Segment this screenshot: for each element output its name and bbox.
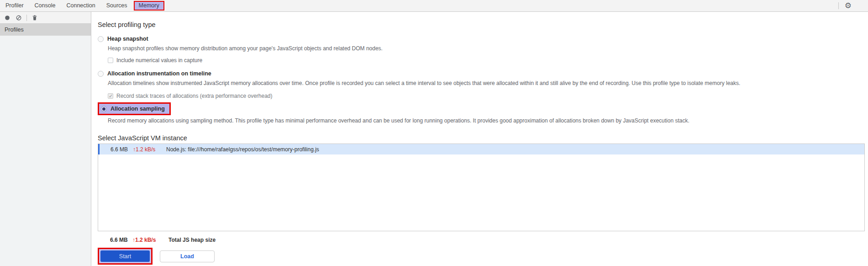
profiles-label: Profiles [5, 27, 24, 33]
vm-instance-table: 6.6 MB ↑1.2 kB/s Node.js: file:///home/r… [98, 144, 865, 231]
memory-toolbar [0, 12, 91, 24]
devtools-body: Profiles Select profiling type Heap snap… [0, 12, 868, 266]
option-description: Heap snapshot profiles show memory distr… [108, 45, 383, 52]
tabbar-right-controls: ⚙ [838, 0, 868, 11]
settings-gear-icon[interactable]: ⚙ [845, 2, 852, 10]
vm-heap-rate: ↑1.2 kB/s [133, 146, 166, 153]
checkbox-label: Include numerical values in capture [116, 57, 202, 64]
radio-option-allocation-timeline[interactable]: Allocation instrumentation on timeline [98, 69, 211, 78]
sidebar-item-profiles[interactable]: Profiles [0, 24, 91, 36]
action-buttons-row: Start Load [98, 248, 215, 265]
profiling-type-heading: Select profiling type [98, 20, 156, 29]
checkbox-label: Record stack traces of allocations (extr… [116, 93, 273, 99]
annotation-highlight-start-button: Start [98, 248, 153, 265]
start-button[interactable]: Start [100, 250, 150, 262]
checkbox-icon[interactable] [108, 93, 113, 99]
toolbar-divider [26, 15, 27, 21]
radio-icon[interactable] [98, 71, 104, 77]
total-heap-size: 6.6 MB [110, 237, 132, 243]
option-description: Record memory allocations using sampling… [108, 117, 689, 124]
devtools-tabbar: Profiler Console Connection Sources Memo… [0, 0, 868, 12]
option-description: Allocation timelines show instrumented J… [108, 80, 740, 87]
total-heap-rate: ↑1.2 kB/s [132, 237, 168, 243]
clear-icon[interactable] [15, 14, 22, 21]
total-heap-label: Total JS heap size [168, 237, 216, 243]
radio-option-heap-snapshot[interactable]: Heap snapshot [98, 35, 148, 43]
tab-sources[interactable]: Sources [101, 0, 133, 11]
option-label: Allocation instrumentation on timeline [107, 70, 211, 77]
tab-profiler[interactable]: Profiler [0, 0, 29, 11]
checkbox-include-numerical-values[interactable]: Include numerical values in capture [108, 57, 202, 64]
checkbox-record-stack-traces[interactable]: Record stack traces of allocations (extr… [108, 92, 273, 100]
vm-heap-size: 6.6 MB [110, 146, 133, 153]
left-panel: Profiles [0, 12, 91, 266]
vm-instance-heading: Select JavaScript VM instance [98, 133, 187, 143]
memory-launcher-panel: Select profiling type Heap snapshot Heap… [91, 12, 868, 266]
tab-console[interactable]: Console [29, 0, 61, 11]
vm-instance-row-selected[interactable]: 6.6 MB ↑1.2 kB/s Node.js: file:///home/r… [98, 144, 864, 154]
radio-option-allocation-sampling[interactable]: Allocation sampling [101, 105, 165, 113]
option-label: Allocation sampling [110, 106, 165, 112]
record-icon[interactable] [4, 14, 11, 21]
radio-checked-icon[interactable] [101, 106, 107, 112]
tab-memory[interactable]: Memory [134, 1, 164, 11]
delete-icon[interactable] [31, 14, 38, 21]
tab-connection[interactable]: Connection [61, 0, 100, 11]
annotation-highlight-allocation-sampling: Allocation sampling [98, 102, 171, 115]
load-button[interactable]: Load [160, 250, 215, 262]
radio-icon[interactable] [98, 36, 104, 42]
tabbar-divider [838, 2, 839, 9]
checkbox-icon[interactable] [108, 58, 113, 63]
option-label: Heap snapshot [107, 36, 148, 42]
heap-totals-row: 6.6 MB ↑1.2 kB/s Total JS heap size [98, 236, 216, 244]
vm-instance-name: Node.js: file:///home/rafaelgss/repos/os… [166, 146, 319, 153]
